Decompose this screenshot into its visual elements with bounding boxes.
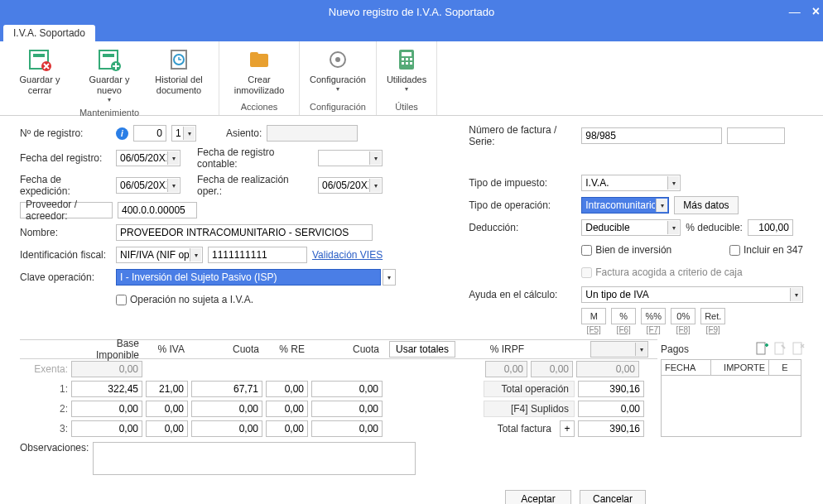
fecha-realizacion-input[interactable] — [318, 177, 383, 194]
form-area: Nº de registro: i ▾ Asiento: Fecha del r… — [0, 116, 823, 339]
num-registro-a-input[interactable] — [133, 125, 166, 142]
row-exenta-label: Exenta: — [20, 363, 70, 375]
configuracion-button[interactable]: Configuración ▾ — [306, 45, 369, 100]
fecha-registro-label: Fecha del registro: — [20, 152, 111, 164]
num-factura-label: Número de factura / Serie: — [469, 124, 576, 147]
suplidos-label[interactable]: [F4] Suplidos — [484, 401, 575, 417]
r3-iva[interactable] — [146, 420, 188, 437]
chevron-down-icon: ▾ — [336, 85, 339, 94]
id-fiscal-tipo-select[interactable] — [116, 247, 203, 263]
utilidades-button[interactable]: Utilidades ▾ — [383, 45, 430, 100]
historial-button[interactable]: Historial del documento — [146, 45, 212, 106]
suplidos-value[interactable] — [578, 401, 644, 417]
group-acciones-label: Acciones — [226, 100, 292, 113]
tab-iva-soportado[interactable]: I.V.A. Soportado — [3, 25, 95, 41]
r1-cuota2[interactable] — [311, 381, 383, 397]
id-fiscal-num-input[interactable] — [208, 247, 307, 263]
pagos-table[interactable]: FECHA IMPORTE E — [661, 359, 801, 437]
crear-inmovilizado-button[interactable]: Crear inmovilizado — [226, 45, 292, 100]
save-close-icon — [26, 46, 53, 73]
mini-m-key: [F5] — [587, 325, 601, 334]
num-factura-input[interactable] — [581, 127, 722, 144]
num-registro-label: Nº de registro: — [20, 127, 111, 139]
total-fact-label: Total factura — [484, 420, 556, 437]
r2-re[interactable] — [266, 401, 308, 417]
mas-datos-button[interactable]: Más datos — [674, 196, 738, 214]
cancelar-button[interactable]: Cancelar — [580, 490, 646, 504]
r2-base[interactable] — [71, 401, 142, 417]
pagos-delete-icon[interactable] — [791, 341, 806, 356]
id-fiscal-label: Identificación fiscal: — [20, 249, 111, 261]
svg-rect-16 — [410, 58, 412, 60]
fecha-registro-contable-label: Fecha de registro contable: — [197, 146, 313, 170]
mini-ret-button[interactable]: Ret. — [700, 308, 725, 324]
validacion-vies-link[interactable]: Validación VIES — [312, 249, 383, 261]
deduccion-select[interactable] — [581, 219, 681, 236]
total-op-value — [578, 381, 644, 397]
fecha-registro-contable-input[interactable] — [318, 150, 383, 166]
ayuda-calculo-select[interactable] — [581, 286, 803, 303]
usar-totales-button[interactable]: Usar totales — [389, 341, 455, 358]
r2-iva[interactable] — [146, 401, 188, 417]
minimize-icon[interactable]: — — [789, 5, 801, 18]
fecha-registro-input[interactable] — [116, 150, 180, 166]
nombre-input[interactable] — [116, 224, 373, 241]
factura-criterio-checkbox: Factura acogida a criterio de caja — [581, 266, 742, 278]
row2-label: 2: — [20, 403, 70, 415]
r3-cuota2[interactable] — [311, 420, 383, 437]
fecha-expedicion-input[interactable] — [116, 177, 180, 194]
pct-deducible-input[interactable] — [748, 219, 793, 236]
mini-pct-button[interactable]: % — [611, 308, 636, 324]
chevron-down-icon: ▾ — [405, 85, 408, 94]
serie-input[interactable] — [727, 127, 785, 144]
mini-m-button[interactable]: M — [581, 308, 606, 324]
op-no-sujeta-checkbox[interactable]: Operación no sujeta a I.V.A. — [116, 294, 253, 305]
pagos-header-importe: IMPORTE — [711, 360, 769, 375]
bien-inversion-checkbox[interactable]: Bien de inversión — [581, 244, 671, 256]
tipo-operacion-select[interactable] — [581, 197, 669, 214]
clave-op-label: Clave operación: — [20, 271, 111, 283]
r3-base[interactable] — [71, 420, 142, 437]
r2-cuota2[interactable] — [311, 401, 383, 417]
num-registro-b-input[interactable] — [171, 125, 196, 142]
guardar-cerrar-button[interactable]: Guardar y cerrar — [7, 45, 73, 106]
pagos-edit-icon[interactable] — [772, 341, 787, 356]
pagos-label: Pagos — [661, 343, 689, 355]
svg-rect-22 — [793, 343, 801, 354]
pagos-add-icon[interactable] — [754, 341, 769, 356]
svg-rect-19 — [410, 62, 412, 65]
fecha-expedicion-label: Fecha de expedición: — [20, 174, 111, 197]
r2-cuota1[interactable] — [191, 401, 262, 417]
total-fact-plus-button[interactable]: + — [560, 420, 575, 437]
folder-add-icon — [246, 46, 272, 73]
r1-re[interactable] — [266, 381, 308, 397]
r1-iva[interactable] — [146, 381, 188, 397]
incluir-347-checkbox[interactable]: Incluir en 347 — [729, 244, 803, 256]
mini-0pct-button[interactable]: 0% — [671, 308, 695, 324]
mini-pctpct-button[interactable]: %% — [641, 308, 666, 324]
group-mantenimiento-label: Mantenimiento — [7, 106, 212, 119]
r3-cuota1[interactable] — [191, 420, 262, 437]
grid-area: Base Imponible % IVA Cuota % RE Cuota Us… — [0, 339, 823, 439]
close-icon[interactable]: × — [812, 4, 820, 19]
info-icon[interactable]: i — [116, 127, 128, 140]
clave-op-select[interactable] — [116, 269, 381, 286]
irpf-select[interactable] — [590, 341, 648, 358]
total-fact-value — [578, 420, 644, 437]
mini-ret-key: [F9] — [706, 325, 720, 334]
fecha-realizacion-label: Fecha de realización oper.: — [197, 174, 313, 197]
asiento-label: Asiento: — [226, 127, 262, 139]
guardar-nuevo-button[interactable]: Guardar y nuevo ▾ — [76, 45, 142, 106]
observaciones-label: Observaciones: — [20, 442, 88, 475]
proveedor-label-button[interactable]: Proveedor / acreedor: — [20, 202, 113, 218]
titlebar: Nuevo registro de I.V.A. Soportado — × — [0, 0, 823, 23]
header-base: Base Imponible — [70, 338, 144, 361]
observaciones-textarea[interactable] — [93, 442, 416, 475]
r1-base[interactable] — [71, 381, 142, 397]
mini-0pct-key: [F8] — [676, 325, 691, 334]
proveedor-input[interactable] — [118, 202, 197, 218]
r3-re[interactable] — [266, 420, 308, 437]
r1-cuota1[interactable] — [191, 381, 262, 397]
tipo-impuesto-select[interactable] — [581, 175, 681, 191]
aceptar-button[interactable]: Aceptar — [505, 490, 571, 504]
